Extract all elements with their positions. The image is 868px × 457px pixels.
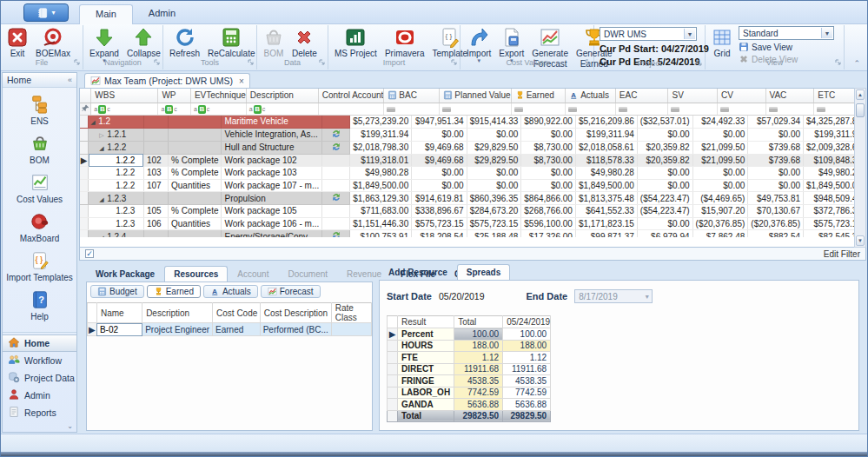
cell-vac[interactable]: $70,130.67 — [748, 205, 804, 218]
cell-planned_value[interactable]: $0.00 — [412, 128, 467, 141]
cell-total[interactable]: 1.12 — [454, 352, 503, 364]
column-header-description[interactable]: Description — [142, 303, 213, 323]
tab-work-package[interactable]: Work Package — [86, 266, 164, 281]
tab-account[interactable]: Account — [228, 266, 278, 281]
cell-cv[interactable]: ($20,376.85) — [692, 217, 748, 230]
cell-wbs[interactable]: 1.2.3 — [89, 217, 144, 230]
cell-description[interactable]: Hull and Structure — [222, 141, 322, 154]
cell-cv[interactable]: $21,099.50 — [692, 154, 748, 167]
cell-period[interactable]: 4538.35 — [503, 375, 551, 387]
cell-cv[interactable]: $7,862.48 — [692, 230, 748, 237]
text-filter-icon[interactable]: aBc — [249, 105, 265, 114]
cell-planned_value[interactable]: $0.00 — [412, 167, 467, 180]
subtab-forecast[interactable]: Forecast — [261, 285, 321, 298]
document-tab[interactable]: Max Team (Project: DWR UMS) × — [84, 73, 250, 88]
cell-control-account[interactable] — [322, 154, 350, 167]
cell-actuals[interactable]: $596,100.00 — [521, 217, 576, 230]
cell-bac[interactable]: $1,849,500.00 — [350, 179, 412, 192]
cell-total[interactable]: 100.00 — [454, 328, 503, 341]
numeric-filter-icon[interactable] — [817, 109, 825, 112]
text-filter-icon[interactable]: aBc — [94, 105, 109, 114]
cell-ev-technique[interactable]: Quantities — [169, 217, 222, 230]
cell-bac[interactable]: $711,683.00 — [350, 205, 412, 218]
cell-vac[interactable]: $0.00 — [748, 128, 804, 141]
cell-eac[interactable]: $199,311.94 — [575, 128, 637, 141]
cell-result[interactable]: LABOR_OH — [398, 387, 454, 399]
cell-wbs[interactable]: 1.2.2 — [89, 154, 144, 167]
cell-bac[interactable]: $100,753.91 — [350, 230, 412, 237]
table-row[interactable]: ◢1.2.2Hull and Structure$2,018,798.30$9,… — [80, 141, 865, 154]
collapse-button[interactable]: Collapse — [123, 26, 164, 59]
cell-planned_value[interactable]: $575,723.15 — [412, 217, 467, 230]
cell-planned_value[interactable]: $0.00 — [412, 179, 467, 192]
cell-wp[interactable]: 102 — [143, 154, 168, 167]
cell-result[interactable]: Total — [398, 410, 454, 422]
cell-vac[interactable]: $57,029.34 — [748, 116, 804, 129]
cell-vac[interactable]: $882.54 — [748, 230, 804, 237]
cell-result[interactable]: FRINGE — [398, 375, 454, 387]
cell-eac[interactable]: $641,552.33 — [575, 205, 637, 218]
vertical-scrollbar[interactable]: ▲ ▼ — [854, 88, 866, 248]
cell-vac[interactable]: $49,753.81 — [748, 192, 804, 205]
cell-description[interactable]: Work package 102 — [222, 154, 322, 167]
table-row[interactable]: ◢1.2Maritime Vehicle$5,273,239.20$947,95… — [80, 116, 865, 129]
cell-actuals[interactable]: $268,766.00 — [521, 205, 576, 218]
column-header-actuals[interactable]: AActuals — [566, 89, 616, 103]
cell-earned[interactable]: $25,188.48 — [467, 230, 521, 237]
sidebar-item-cost-values[interactable]: Cost Values — [3, 173, 76, 204]
cell-control-account[interactable] — [322, 141, 350, 154]
cell-cost-description[interactable]: Performed (BC... — [260, 323, 331, 336]
primavera-button[interactable]: Primavera — [381, 26, 428, 59]
tab-spreads[interactable]: Spreads — [457, 264, 510, 280]
sidebar-item-help[interactable]: ?Help — [3, 290, 76, 321]
table-row[interactable]: GANDA5636.885636.88 — [388, 399, 551, 411]
edit-filter-link[interactable]: Edit Filter — [824, 249, 860, 259]
sidebar-item-import-templates[interactable]: { }Import Templates — [3, 251, 76, 282]
cell-wbs[interactable]: ◢1.2.3 — [89, 192, 144, 205]
cell-bac[interactable]: $5,273,239.20 — [350, 116, 412, 129]
cell-actuals[interactable]: $890,922.00 — [521, 116, 576, 129]
scroll-thumb[interactable] — [856, 103, 865, 117]
view-select[interactable]: Standard▼ — [739, 26, 834, 40]
cell-wp[interactable] — [143, 116, 168, 129]
cell-actuals[interactable]: $17,326.00 — [521, 230, 576, 237]
scroll-up-icon[interactable]: ▲ — [856, 89, 865, 100]
column-header-rate-class[interactable]: Rate Class — [331, 303, 371, 323]
cell-actuals[interactable]: $8,730.00 — [521, 141, 576, 154]
cell-total[interactable]: 11911.68 — [454, 363, 503, 375]
cell-description[interactable]: Work package 106 - m... — [222, 217, 322, 230]
table-row[interactable]: 1.2.3105% CompleteWork package 105$711,6… — [80, 205, 865, 218]
numeric-filter-icon[interactable] — [619, 109, 627, 112]
cell-control-account[interactable] — [322, 179, 350, 192]
cell-earned[interactable]: $0.00 — [467, 128, 521, 141]
numeric-filter-icon[interactable] — [568, 109, 577, 112]
cell-eac[interactable]: $118,578.33 — [575, 154, 637, 167]
cell-wbs[interactable]: 1.2.3 — [89, 205, 144, 218]
cell-sv[interactable]: $20,359.82 — [637, 141, 692, 154]
cell-eac[interactable]: $1,171,823.15 — [575, 217, 637, 230]
table-row[interactable]: 1.2.2107QuantitiesWork package 107 - m..… — [80, 179, 865, 192]
cell-control-account[interactable] — [322, 116, 350, 129]
column-header-planned_value[interactable]: Planned Value — [440, 89, 511, 103]
cell-wbs[interactable]: ▷1.2.1 — [89, 128, 144, 141]
dialog-launcher-icon[interactable] — [696, 60, 703, 67]
cell-sv[interactable]: ($54,223.47) — [637, 205, 692, 218]
cell-cv[interactable]: $15,907.20 — [692, 205, 748, 218]
text-filter-icon[interactable]: aBc — [194, 105, 209, 114]
cell-cv[interactable]: $0.00 — [692, 179, 748, 192]
cell-ev-technique[interactable]: % Complete — [169, 154, 222, 167]
cell-vac[interactable]: $0.00 — [748, 179, 804, 192]
cell-wp[interactable] — [143, 192, 168, 205]
table-row[interactable]: ◢1.2.4Energy/Storage/Conv...$100,753.91$… — [80, 230, 865, 237]
cell-bac[interactable]: $199,311.94 — [350, 128, 412, 141]
cell-bac[interactable]: $119,318.01 — [350, 154, 412, 167]
collapse-ribbon-icon[interactable]: ⌃ — [853, 59, 860, 68]
column-header-wbs[interactable]: WBS — [91, 89, 158, 103]
subtab-actuals[interactable]: AActuals — [203, 285, 258, 298]
refresh-button[interactable]: Refresh — [166, 26, 203, 59]
recalculate-button[interactable]: ReCalculate — [204, 26, 258, 59]
cell-control-account[interactable] — [322, 230, 350, 237]
table-row[interactable]: FRINGE4538.354538.35 — [388, 375, 551, 387]
cell-earned[interactable]: $284,673.20 — [467, 205, 521, 218]
nav-item-workflow[interactable]: Workflow — [3, 352, 76, 369]
